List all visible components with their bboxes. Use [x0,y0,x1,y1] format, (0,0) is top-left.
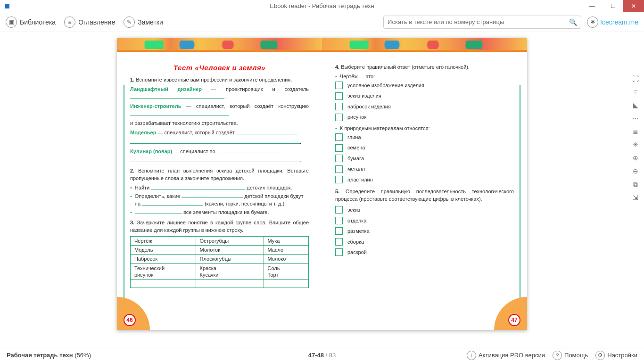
close-button[interactable]: ✕ [623,0,644,12]
bookmark-icon[interactable]: ◣ [631,101,640,109]
brightness-icon[interactable]: ✳ [631,140,640,149]
toolbar: ▣ Библиотека ≡ Оглавление ✎ Заметки 🔍 ✱ … [0,12,644,32]
checkbox-label: раскрой [347,248,367,256]
library-icon: ▣ [6,16,17,28]
checkbox-label: условное изображение изделия [347,82,424,90]
help-icon: ? [553,351,562,360]
term-4b: . [130,157,309,165]
checkbox-label: отделка [347,217,366,225]
checkbox-row: условное изображение изделия [335,82,514,90]
q2: 2. Вспомните план выполнения эскиза детс… [130,167,309,182]
checkbox-label: глина [347,133,361,141]
app-icon [5,4,9,8]
checkbox[interactable] [335,155,343,162]
title-bar: Ebook reader - Рабочая тетрадь техн — ☐ … [0,0,644,12]
page-decoration [322,38,527,52]
checkbox-label: металл [347,165,365,173]
checkbox-row: отделка [335,217,514,225]
term-2b: и разрабатывает технологию строительства… [130,120,309,127]
toc-icon: ≡ [64,16,75,28]
brand-label: Icecream.me [600,18,638,26]
checkbox-label: эскиз [347,206,360,214]
library-button[interactable]: ▣ Библиотека [6,16,56,28]
checkbox-row: раскрой [335,248,514,256]
maximize-button[interactable]: ☐ [603,0,623,12]
checkbox[interactable] [335,227,343,235]
search-input[interactable] [388,18,569,25]
checkbox-label: набросок изделия [347,103,391,111]
q4: 4. Выберите правильный ответ (отметьте е… [335,64,514,71]
notes-icon: ✎ [124,16,135,28]
pro-button[interactable]: ↑Активация PRO версии [467,351,545,360]
q3: 3. Зачеркните лишнее понятие в каждой гр… [130,219,309,234]
checkbox[interactable] [335,206,343,214]
page-right: 47 4. Выберите правильный ответ (отметьт… [322,38,527,330]
checkbox[interactable] [335,238,343,246]
checkbox-label: эскиз изделия [347,92,381,100]
q1: 1. Вспомните известные вам профессии и з… [130,76,309,84]
checkbox[interactable] [335,165,343,173]
bullet-2: •Определить, какие детской площадки буду… [130,193,309,208]
checkbox-row: набросок изделия [335,103,514,111]
copy-icon[interactable]: ⧉ [631,180,640,189]
status-pages: 47-48 / 83 [308,352,336,359]
export-icon[interactable]: ⇲ [631,193,640,202]
search-box[interactable]: 🔍 [383,16,581,29]
checkbox[interactable] [335,103,343,110]
search-icon[interactable]: 🔍 [569,18,577,26]
term-1: Ландшафтный дизайнер — проектировщик и с… [130,86,309,101]
window-title: Ebook reader - Рабочая тетрадь техн [270,2,374,9]
text-icon[interactable]: ≣ [631,127,640,136]
checkbox[interactable] [335,114,343,121]
library-label: Библиотека [20,18,56,26]
comment-icon[interactable]: ⋯ [631,114,640,123]
checkbox[interactable] [335,92,343,100]
fullscreen-icon[interactable]: ⛶ [631,74,640,83]
checkbox[interactable] [335,82,343,89]
page-number-left: 46 [124,314,136,326]
checkbox[interactable] [335,248,343,256]
brand-link[interactable]: ✱ Icecream.me [587,16,638,28]
group-table: ЧертёжОстрогубцыМука МодельМолотокМасло … [130,236,309,288]
checkbox[interactable] [335,217,343,224]
checkbox-label: сборка [347,238,364,246]
checkbox-label: семена [347,144,365,152]
gear-icon: ⚙ [595,351,605,360]
zoom-out-icon[interactable]: ⊖ [631,167,640,175]
page-margin [520,85,520,302]
toc-label: Оглавление [78,18,115,26]
checkbox-row: глина [335,133,514,141]
side-toolbar: ⛶ ≡ ◣ ⋯ ≣ ✳ ⊕ ⊖ ⧉ ⇲ [630,74,641,202]
checkbox[interactable] [335,144,343,152]
page-decoration [117,38,322,52]
term-2: Инженер-строитель — специалист, который … [130,103,309,118]
checkbox-row: семена [335,144,514,152]
page-margin [124,85,124,302]
checkbox-label: пластилин [347,176,373,184]
q5: 5. Определите правильную последовательно… [335,188,514,203]
term-3: Модельер — специалист, который создаёт [130,129,309,137]
page-number-right: 47 [508,314,520,326]
help-button[interactable]: ?Помощь [553,351,588,360]
minimize-button[interactable]: — [582,0,603,12]
reader-area: 46 Тест «Человек и земля» 1. Вспомните и… [0,32,644,348]
checkbox[interactable] [335,133,343,141]
page-title: Тест «Человек и земля» [130,64,309,72]
status-book: Рабочая тетрадь техн (56%) [7,352,91,359]
checkbox-label: разметка [347,227,370,235]
brand-icon: ✱ [587,16,598,28]
list-icon[interactable]: ≡ [631,88,640,96]
bullet-1: •Найти детских площадок. [130,184,309,192]
up-icon: ↑ [467,351,476,360]
window-controls: — ☐ ✕ [582,0,644,12]
notes-button[interactable]: ✎ Заметки [124,16,163,28]
settings-button[interactable]: ⚙Настройки [595,351,637,360]
checkbox-label: рисунок [347,113,366,121]
checkbox-row: металл [335,165,514,173]
checkbox-row: бумага [335,155,514,163]
checkbox[interactable] [335,176,343,183]
toc-button[interactable]: ≡ Оглавление [64,16,115,28]
checkbox-row: сборка [335,238,514,246]
q4-sub2: •К природным материалам относятся: [335,125,514,132]
zoom-in-icon[interactable]: ⊕ [631,154,640,162]
